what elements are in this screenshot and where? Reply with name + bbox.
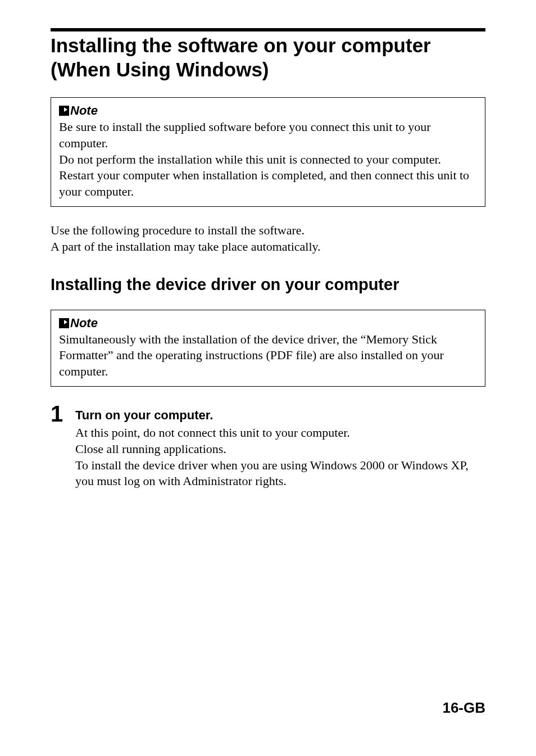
intro-paragraph: A part of the installation may take plac… <box>51 239 485 255</box>
step-heading: Turn on your computer. <box>75 408 485 423</box>
intro-text: Use the following procedure to install t… <box>51 223 485 255</box>
page-number: 16-GB <box>442 699 485 717</box>
note-paragraph: Do not perform the installation while th… <box>59 152 477 168</box>
step-paragraph: Close all running applications. <box>75 441 485 458</box>
note-paragraph: Simultaneously with the installation of … <box>59 332 477 380</box>
note-box-2: Note Simultaneously with the installatio… <box>51 310 485 387</box>
note-icon <box>59 106 69 116</box>
page-title: Installing the software on your computer… <box>51 34 485 82</box>
step-body: Turn on your computer. At this point, do… <box>75 402 485 489</box>
note-label-text: Note <box>70 316 98 331</box>
step-1: 1 Turn on your computer. At this point, … <box>51 402 485 489</box>
note-paragraph: Be sure to install the supplied software… <box>59 119 477 151</box>
note-label-text: Note <box>70 103 98 118</box>
step-text: At this point, do not connect this unit … <box>75 425 485 489</box>
step-paragraph: To install the device driver when you ar… <box>75 458 485 490</box>
step-number: 1 <box>51 402 75 425</box>
note-body: Be sure to install the supplied software… <box>59 119 477 200</box>
horizontal-rule <box>51 28 485 31</box>
note-body: Simultaneously with the installation of … <box>59 332 477 380</box>
note-paragraph: Restart your computer when installation … <box>59 168 477 200</box>
step-paragraph: At this point, do not connect this unit … <box>75 425 485 441</box>
document-page: Installing the software on your computer… <box>0 0 536 756</box>
note-label: Note <box>59 103 477 118</box>
note-box-1: Note Be sure to install the supplied sof… <box>51 97 485 207</box>
intro-paragraph: Use the following procedure to install t… <box>51 223 485 239</box>
note-icon <box>59 318 69 328</box>
note-label: Note <box>59 316 477 331</box>
section-title: Installing the device driver on your com… <box>51 275 485 294</box>
